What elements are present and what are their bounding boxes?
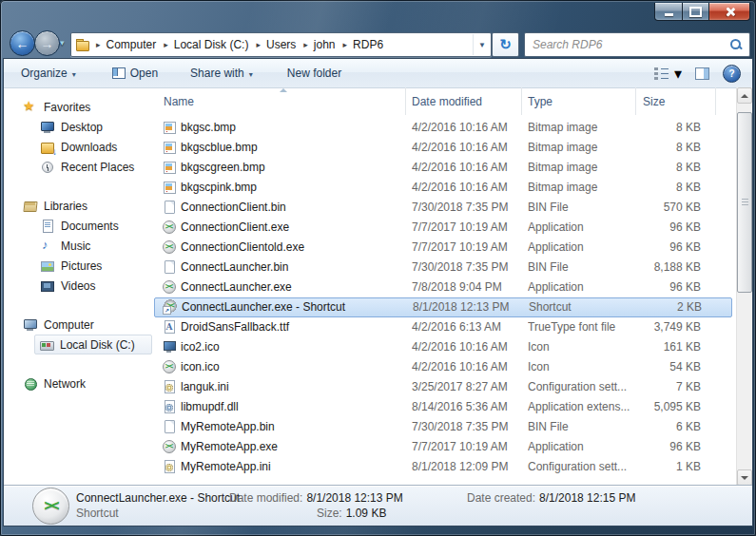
file-row-languk-ini[interactable]: languk.ini 3/25/2017 8:27 AM Configurati… (154, 377, 732, 397)
new-folder-button[interactable]: New folder (280, 63, 349, 84)
window-content: Organize▾ Open Share with▾ New folder ▾ … (4, 59, 752, 526)
file-row-myremoteapp-exe[interactable]: MyRemoteApp.exe 7/7/2017 10:19 AM Applic… (154, 437, 732, 457)
document-icon (40, 219, 55, 234)
ico-file-icon (162, 339, 177, 354)
sidebar-item-desktop[interactable]: Desktop (4, 117, 154, 137)
sidebar-item-libraries[interactable]: Libraries (4, 196, 154, 216)
views-icon (654, 67, 669, 80)
column-header-stub (716, 87, 732, 115)
file-row-bkgscgreen-bmp[interactable]: bkgscgreen.bmp 4/2/2016 10:16 AM Bitmap … (154, 158, 732, 178)
file-row-connectlauncher-exe[interactable]: ConnectLauncher.exe 7/8/2018 9:04 PM App… (154, 278, 732, 297)
sort-ascending-icon (280, 88, 287, 92)
bitmap-image-icon (162, 160, 177, 175)
details-size: Size:1.09 KB (317, 507, 386, 520)
details-file-type: Shortcut (76, 507, 119, 520)
vertical-scrollbar[interactable] (736, 87, 752, 486)
organize-button[interactable]: Organize▾ (13, 63, 84, 84)
application-icon (162, 220, 177, 235)
back-button[interactable]: ← (10, 30, 35, 56)
ini-file-icon (162, 459, 177, 474)
sidebar-item-videos[interactable]: Videos (4, 276, 154, 296)
music-icon (40, 239, 55, 254)
sidebar-item-music[interactable]: Music (4, 236, 154, 256)
file-row-connectionclient-bin[interactable]: ConnectionClient.bin 7/30/2018 7:35 PM B… (154, 198, 732, 218)
file-row-connectionclient-exe[interactable]: ConnectionClient.exe 7/7/2017 10:19 AM A… (154, 218, 732, 238)
file-row-bkgsc-bmp[interactable]: bkgsc.bmp 4/2/2016 10:16 AM Bitmap image… (154, 118, 732, 138)
maximize-button[interactable] (683, 3, 709, 21)
search-box (524, 32, 750, 57)
chevron-down-icon: ▾ (249, 70, 253, 79)
file-row-connectlauncher-exe-shortcut[interactable]: ConnectLauncher.exe - Shortcut 8/1/2018 … (154, 297, 732, 317)
sidebar-item-favorites[interactable]: Favorites (4, 97, 154, 117)
new-folder-label: New folder (287, 67, 341, 80)
breadcrumb-item-computer[interactable]: Computer (90, 38, 158, 51)
sidebar-item-network[interactable]: Network (4, 373, 154, 393)
application-icon (162, 439, 177, 454)
close-icon (725, 7, 735, 17)
breadcrumb: ComputerLocal Disk (C:)UsersjohnRDP6 (90, 38, 473, 51)
recent-places-icon (40, 160, 55, 175)
sidebar-item-computer[interactable]: Computer (4, 315, 154, 335)
column-header-type[interactable]: Type (522, 87, 636, 115)
file-row-icon-ico[interactable]: icon.ico 4/2/2016 10:16 AM Icon 54 KB (154, 357, 732, 377)
column-header-date-modified[interactable]: Date modified (406, 87, 522, 115)
file-row-connectlauncher-bin[interactable]: ConnectLauncher.bin 7/30/2018 7:35 PM BI… (154, 258, 732, 278)
refresh-button[interactable]: ↻ (492, 32, 519, 57)
breadcrumb-item-users[interactable]: Users (250, 38, 298, 51)
open-icon (112, 67, 126, 79)
file-row-myremoteapp-bin[interactable]: MyRemoteApp.bin 7/30/2018 7:35 PM BIN Fi… (154, 417, 732, 437)
close-button[interactable] (709, 3, 750, 21)
application-icon (162, 359, 177, 374)
scroll-up-button[interactable] (737, 87, 752, 104)
maximize-icon (689, 7, 702, 17)
bin-file-icon (162, 259, 177, 275)
scroll-down-button[interactable] (737, 469, 752, 486)
file-row-bkgscblue-bmp[interactable]: bkgscblue.bmp 4/2/2016 10:16 AM Bitmap i… (154, 138, 732, 158)
sidebar-item-local-disk-c[interactable]: Local Disk (C:) (34, 335, 152, 354)
address-bar[interactable]: ComputerLocal Disk (C:)UsersjohnRDP6 ▼ (70, 32, 492, 57)
breadcrumb-item-local-disk-c[interactable]: Local Disk (C:) (158, 38, 250, 51)
breadcrumb-item-rdp6[interactable]: RDP6 (338, 38, 386, 51)
ini-file-icon (162, 379, 177, 394)
file-list: Name Date modified Type Size bkgsc.bmp 4… (154, 87, 752, 486)
search-input[interactable] (525, 38, 728, 51)
help-button[interactable]: ? (723, 65, 741, 83)
sidebar-item-documents[interactable]: Documents (4, 216, 154, 236)
main-area: Favorites Desktop Downloads Recent Place… (4, 87, 752, 486)
application-icon (162, 279, 177, 295)
file-row-connectionclientold-exe[interactable]: ConnectionClientold.exe 7/7/2017 10:19 A… (154, 238, 732, 258)
sidebar-item-recent-places[interactable]: Recent Places (4, 157, 154, 177)
open-button[interactable]: Open (105, 63, 165, 84)
sidebar-item-downloads[interactable]: Downloads (4, 137, 154, 157)
column-headers: Name Date modified Type Size (154, 87, 732, 116)
pictures-icon (40, 258, 55, 274)
bitmap-image-icon (162, 120, 177, 135)
breadcrumb-item-john[interactable]: john (298, 38, 337, 51)
file-row-myremoteapp-ini[interactable]: MyRemoteApp.ini 8/1/2018 12:09 PM Config… (154, 457, 732, 477)
address-dropdown-icon[interactable]: ▼ (473, 34, 491, 55)
recent-pages-dropdown-icon[interactable]: ▾ (60, 38, 65, 48)
share-with-label: Share with (190, 67, 244, 80)
views-button[interactable]: ▾ (654, 65, 682, 83)
file-row-droidsansfallback-ttf[interactable]: DroidSansFallback.ttf 4/2/2016 6:13 AM T… (154, 317, 732, 337)
forward-button[interactable]: → (34, 30, 60, 56)
sidebar-item-pictures[interactable]: Pictures (4, 256, 154, 276)
minimize-icon (665, 13, 673, 16)
rdp-shortcut-large-icon (32, 488, 69, 525)
scrollbar-thumb[interactable] (737, 112, 752, 293)
share-with-button[interactable]: Share with▾ (183, 63, 261, 84)
file-row-libmupdf-dll[interactable]: libmupdf.dll 8/14/2016 5:36 AM Applicati… (154, 397, 732, 417)
file-row-bkgscpink-bmp[interactable]: bkgscpink.bmp 4/2/2016 10:16 AM Bitmap i… (154, 178, 732, 198)
preview-pane-button[interactable] (695, 67, 709, 80)
minimize-button[interactable] (654, 3, 683, 21)
title-bar[interactable] (0, 0, 756, 29)
column-header-size[interactable]: Size (636, 87, 716, 115)
triangle-down-icon (741, 476, 748, 480)
file-rows: bkgsc.bmp 4/2/2016 10:16 AM Bitmap image… (154, 118, 732, 477)
caption-buttons (654, 3, 750, 21)
bin-file-icon (162, 419, 177, 434)
file-row-ico2-ico[interactable]: ico2.ico 4/2/2016 10:16 AM Icon 161 KB (154, 337, 732, 357)
local-disk-icon (39, 337, 54, 353)
application-icon (162, 239, 177, 255)
shortcut-icon (163, 299, 178, 315)
